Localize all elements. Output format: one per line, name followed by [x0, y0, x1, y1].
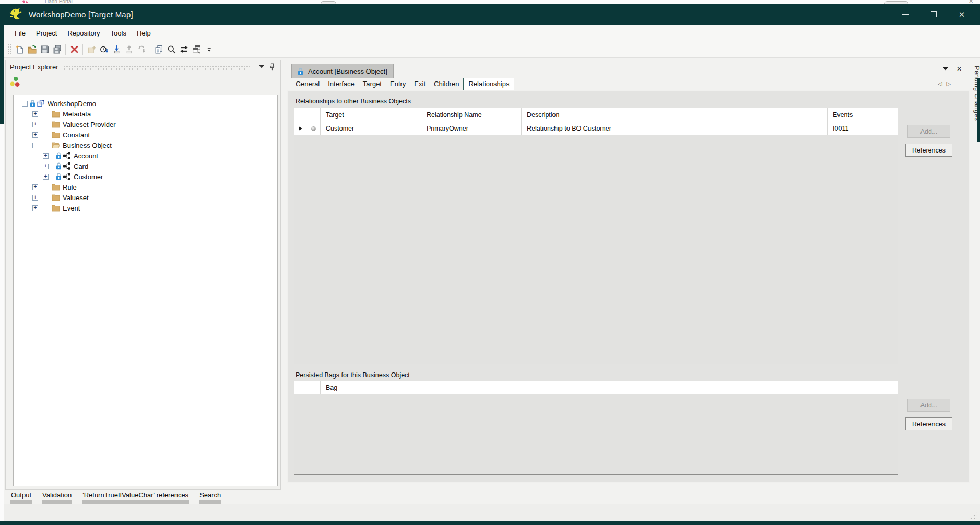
- menu-repository[interactable]: Repository: [62, 26, 105, 41]
- open-project-icon[interactable]: [26, 43, 38, 56]
- add-item-disabled-icon[interactable]: [85, 43, 98, 56]
- undo-checkout-disabled-icon[interactable]: [135, 43, 148, 56]
- get-latest-icon[interactable]: [110, 43, 123, 56]
- find-icon[interactable]: [165, 43, 178, 56]
- cell-target[interactable]: Customer: [321, 122, 421, 135]
- project-explorer-header: Project Explorer: [6, 60, 280, 74]
- scroll-left-icon[interactable]: ◁: [938, 80, 942, 87]
- tree-node-metadata[interactable]: Metadata: [14, 109, 277, 119]
- expand-toggle[interactable]: [32, 205, 38, 211]
- close-button[interactable]: ✕: [948, 4, 976, 25]
- expand-toggle[interactable]: [43, 174, 49, 180]
- tab-general[interactable]: General: [291, 78, 324, 90]
- menu-file[interactable]: File: [9, 26, 31, 41]
- expand-toggle[interactable]: [32, 184, 38, 190]
- resize-grip[interactable]: [970, 511, 977, 519]
- folder-icon: [52, 110, 60, 118]
- header-icon-column[interactable]: [306, 108, 321, 122]
- header-icon-column[interactable]: [306, 381, 321, 394]
- tree-node-rule[interactable]: Rule: [14, 182, 277, 192]
- panel-drag-texture[interactable]: [63, 65, 250, 70]
- properties-icon[interactable]: [152, 43, 165, 56]
- compare-icon[interactable]: [178, 43, 190, 56]
- tab-interface[interactable]: Interface: [324, 78, 359, 90]
- delete-icon[interactable]: [68, 43, 80, 56]
- tree-node-customer[interactable]: Customer: [14, 171, 277, 182]
- header-row-selector[interactable]: [294, 108, 306, 122]
- new-item-icon[interactable]: [13, 43, 26, 56]
- menu-project[interactable]: Project: [31, 26, 62, 41]
- folder-icon: [52, 183, 60, 191]
- panel-menu-chevron-icon[interactable]: [257, 63, 266, 71]
- pin-icon[interactable]: [268, 63, 276, 71]
- expand-toggle[interactable]: [43, 164, 49, 169]
- menu-help[interactable]: Help: [132, 26, 156, 41]
- minimize-button[interactable]: [891, 4, 919, 25]
- tab-entry[interactable]: Entry: [386, 78, 410, 90]
- tab-target[interactable]: Target: [359, 78, 386, 90]
- tree-node-event[interactable]: Event: [14, 203, 277, 213]
- window-title: WorkshopDemo [Target Map]: [29, 10, 133, 19]
- folder-icon: [52, 131, 60, 139]
- relationship-row-customer[interactable]: Customer PrimaryOwner Relationship to BO…: [294, 122, 898, 135]
- expand-toggle[interactable]: [43, 153, 49, 159]
- column-header-description[interactable]: Description: [522, 108, 828, 122]
- tab-search[interactable]: Search: [199, 491, 221, 504]
- toolbar-separator: [65, 44, 66, 55]
- tree-node-valueset-provider[interactable]: Valueset Provider: [14, 119, 277, 130]
- document-list-chevron-icon[interactable]: [941, 65, 950, 73]
- repository-status-icon[interactable]: [9, 76, 21, 88]
- tab-children[interactable]: Children: [430, 78, 463, 90]
- tree-node-card[interactable]: Card: [14, 161, 277, 171]
- menu-tools[interactable]: Tools: [105, 26, 132, 41]
- save-icon[interactable]: [38, 43, 51, 56]
- check-in-disabled-icon[interactable]: [123, 43, 135, 56]
- lock-icon: [56, 162, 62, 170]
- bags-add-button[interactable]: Add...: [907, 399, 950, 412]
- lock-icon: [56, 173, 62, 180]
- expand-toggle[interactable]: [32, 122, 38, 127]
- collapse-toggle[interactable]: [32, 143, 38, 148]
- toolbar-overflow-icon[interactable]: [203, 43, 215, 56]
- document-tab-account[interactable]: Account [Business Object]: [291, 64, 394, 78]
- tree-node-business-object[interactable]: Business Object: [14, 140, 277, 150]
- column-header-bag[interactable]: Bag: [321, 381, 898, 394]
- status-bar: [4, 504, 980, 521]
- relationships-page: Relationships to other Business Objects …: [287, 90, 970, 483]
- tab-exit[interactable]: Exit: [410, 78, 430, 90]
- maximize-icon: [931, 11, 937, 17]
- collapse-toggle[interactable]: [22, 101, 28, 107]
- get-version-icon[interactable]: [98, 43, 110, 56]
- frog-logo-icon: [8, 7, 23, 22]
- window-cascade-icon[interactable]: [190, 43, 203, 56]
- tree-node-valueset[interactable]: Valueset: [14, 192, 277, 203]
- expand-toggle[interactable]: [32, 111, 38, 117]
- save-all-icon[interactable]: [51, 43, 63, 56]
- document-close-icon[interactable]: ✕: [955, 65, 963, 73]
- tree-node-account[interactable]: Account: [14, 150, 277, 161]
- tab-validation[interactable]: Validation: [42, 491, 72, 504]
- cell-events[interactable]: I0011: [828, 122, 898, 135]
- scroll-right-icon[interactable]: ▷: [946, 80, 950, 87]
- tab-relationships[interactable]: Relationships: [463, 78, 514, 90]
- relationships-add-button[interactable]: Add...: [907, 125, 950, 138]
- tree-node-workshopdemo[interactable]: WorkshopDemo: [14, 98, 277, 109]
- cell-relationship-name[interactable]: PrimaryOwner: [421, 122, 522, 135]
- status-separator: [965, 508, 965, 518]
- tab-references[interactable]: 'ReturnTrueIfValueChar' references: [82, 491, 189, 504]
- cell-description[interactable]: Relationship to BO Customer: [522, 122, 828, 135]
- bags-references-button[interactable]: References: [905, 417, 952, 430]
- column-header-events[interactable]: Events: [828, 108, 898, 122]
- header-row-selector[interactable]: [294, 381, 306, 394]
- bags-section-label: Persisted Bags for this Business Object: [296, 371, 410, 379]
- maximize-button[interactable]: [919, 4, 948, 25]
- expand-toggle[interactable]: [32, 132, 38, 138]
- column-header-relationship-name[interactable]: Relationship Name: [421, 108, 522, 122]
- relationships-references-button[interactable]: References: [905, 144, 952, 157]
- background-tab-text-fragment: Hann Portal: [45, 0, 73, 4]
- toolbar-grip[interactable]: [8, 44, 11, 55]
- tree-node-constant[interactable]: Constant: [14, 130, 277, 140]
- tab-output[interactable]: Output: [10, 491, 32, 504]
- expand-toggle[interactable]: [32, 195, 38, 201]
- column-header-target[interactable]: Target: [321, 108, 421, 122]
